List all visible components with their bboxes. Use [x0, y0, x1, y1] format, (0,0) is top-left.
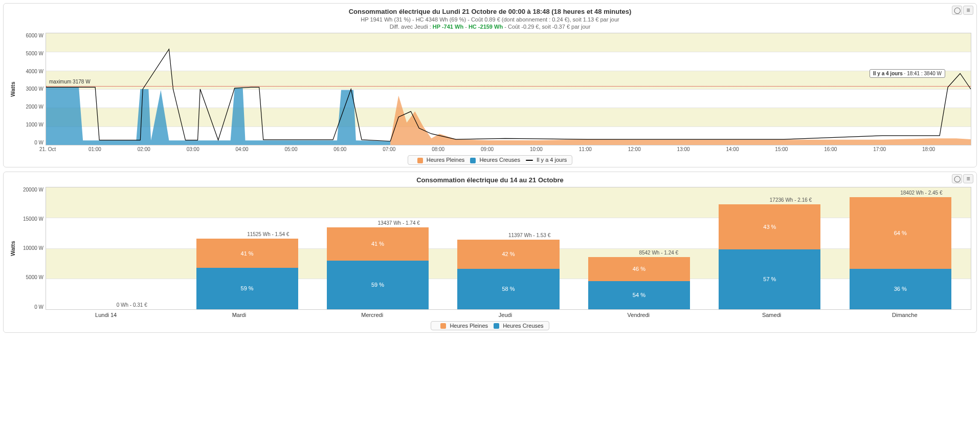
chart-tooltip: Il y a 4 jours · 18:41 : 3840 W — [870, 69, 945, 78]
bar-segment-hp[interactable]: 42 % — [457, 240, 559, 269]
chart-reset-zoom-button[interactable]: ◯ — [952, 174, 962, 183]
chart-reset-zoom-button[interactable]: ◯ — [952, 6, 962, 15]
chart-menu-button[interactable]: ≡ — [963, 6, 973, 15]
bar-column[interactable]: 59 %41 %13437 Wh - 1.74 € — [313, 187, 443, 309]
chart-area: Watts 20000 W15000 W10000 W5000 W0 W 0 W… — [9, 187, 971, 310]
chart-subtitle-1: HP 1941 Wh (31 %) - HC 4348 Wh (69 %) - … — [9, 16, 971, 23]
bar-total-label: 11397 Wh - 1.53 € — [508, 232, 550, 240]
bar-total-label: 13437 Wh - 1.74 € — [378, 220, 420, 227]
chart-title: Consommation électrique du 14 au 21 Octo… — [9, 176, 971, 184]
chart-subtitle-2: Diff. avec Jeudi : HP -741 Wh - HC -2159… — [9, 24, 971, 30]
bar-container: 0 Wh - 0.31 €59 %41 %11525 Wh - 1.54 €59… — [46, 187, 971, 309]
chart-plot-area[interactable]: maximum 3178 W Il y a 4 jours · 18:41 : … — [46, 33, 971, 145]
chart-plot-area[interactable]: 0 Wh - 0.31 €59 %41 %11525 Wh - 1.54 €59… — [46, 187, 971, 310]
bar-column[interactable]: 58 %42 %11397 Wh - 1.53 € — [443, 187, 573, 309]
chart-toolbar: ◯ ≡ — [952, 174, 973, 183]
chart-svg — [46, 33, 971, 145]
bar-column[interactable]: 59 %41 %11525 Wh - 1.54 € — [182, 187, 312, 309]
x-axis-ticks: Lundi 14MardiMercrediJeudiVendrediSamedi… — [39, 312, 971, 318]
bar-segment-hp[interactable]: 46 % — [588, 257, 690, 281]
legend-swatch-hc — [470, 158, 476, 163]
chart-toolbar: ◯ ≡ — [952, 6, 973, 15]
x-axis-ticks: 21. Oct01:0002:0003:0004:0005:0006:0007:… — [39, 146, 971, 152]
legend-label-hp[interactable]: Heures Pleines — [427, 157, 465, 163]
bar-segment-hc[interactable]: 57 % — [719, 249, 820, 309]
bar-segment-hc[interactable]: 59 % — [196, 268, 298, 309]
bar-total-label: 0 Wh - 0.31 € — [117, 302, 147, 309]
legend-label-compare[interactable]: Il y a 4 jours — [537, 157, 567, 163]
bar-column[interactable]: 36 %64 %18402 Wh - 2.45 € — [835, 187, 966, 309]
bar-column[interactable]: 0 Wh - 0.31 € — [51, 187, 182, 309]
bar-segment-hc[interactable]: 54 % — [588, 281, 690, 309]
legend-label-hc[interactable]: Heures Creuses — [479, 157, 520, 163]
bar-segment-hc[interactable]: 59 % — [327, 261, 429, 309]
bar-segment-hc[interactable]: 58 % — [457, 269, 559, 309]
y-axis-label: Watts — [9, 33, 17, 145]
bar-segment-hp[interactable]: 41 % — [327, 227, 429, 261]
max-reference-line — [46, 86, 971, 87]
bar-total-label: 17236 Wh - 2.16 € — [770, 197, 812, 204]
bar-column[interactable]: 57 %43 %17236 Wh - 2.16 € — [704, 187, 835, 309]
bar-segment-hp[interactable]: 64 % — [850, 197, 951, 269]
y-axis-ticks: 6000 W5000 W4000 W3000 W2000 W1000 W0 W — [17, 33, 46, 145]
legend-label-hp[interactable]: Heures Pleines — [450, 323, 488, 329]
legend-label-hc[interactable]: Heures Creuses — [503, 323, 543, 329]
bar-column[interactable]: 54 %46 %8542 Wh - 1.24 € — [574, 187, 704, 309]
weekly-consumption-panel: ◯ ≡ Consommation électrique du 14 au 21 … — [3, 172, 977, 333]
chart-title: Consommation électrique du Lundi 21 Octo… — [9, 8, 971, 15]
legend-swatch-compare — [526, 160, 533, 161]
bar-segment-hc[interactable]: 36 % — [850, 269, 951, 309]
bar-segment-hp[interactable]: 43 % — [719, 204, 820, 249]
chart-legend: Heures Pleines Heures Creuses — [9, 321, 971, 331]
bar-total-label: 8542 Wh - 1.24 € — [639, 250, 678, 257]
max-reference-label: maximum 3178 W — [49, 79, 91, 84]
y-axis-ticks: 20000 W15000 W10000 W5000 W0 W — [17, 187, 46, 310]
bar-segment-hp[interactable]: 41 % — [196, 239, 298, 267]
bar-total-label: 11525 Wh - 1.54 € — [247, 231, 289, 239]
chart-area: Watts 6000 W5000 W4000 W3000 W2000 W1000… — [9, 33, 971, 145]
bar-total-label: 18402 Wh - 2.45 € — [900, 190, 942, 197]
legend-swatch-hc — [494, 323, 499, 329]
legend-swatch-hp — [417, 158, 423, 163]
legend-swatch-hp — [440, 323, 446, 329]
chart-menu-button[interactable]: ≡ — [963, 174, 973, 183]
y-axis-label: Watts — [9, 187, 17, 310]
daily-consumption-panel: ◯ ≡ Consommation électrique du Lundi 21 … — [3, 3, 977, 167]
chart-legend: Heures Pleines Heures Creuses Il y a 4 j… — [9, 155, 971, 165]
